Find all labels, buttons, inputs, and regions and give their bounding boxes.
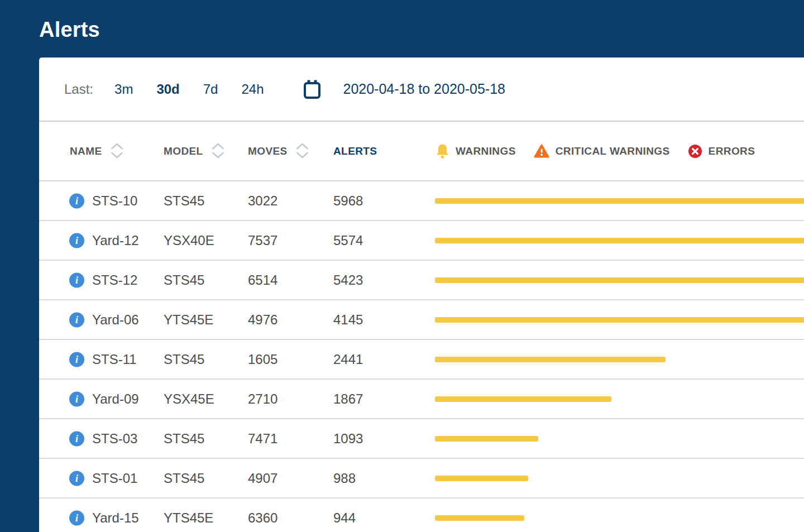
cell-moves: 7537 xyxy=(248,233,277,248)
cell-model: YSX45E xyxy=(164,391,214,407)
alerts-legend: WARNINGS CRITICAL WARNINGS xyxy=(436,122,755,180)
calendar-icon[interactable] xyxy=(303,79,322,100)
info-icon[interactable]: i xyxy=(69,272,84,287)
info-icon[interactable]: i xyxy=(69,233,84,248)
cell-model: YSX40E xyxy=(164,233,214,248)
error-circle-icon xyxy=(688,144,702,159)
page-header: Alerts xyxy=(0,0,804,57)
cell-name: Yard-12 xyxy=(92,233,139,248)
date-range-picker[interactable]: 2020-04-18 to 2020-05-18 xyxy=(303,79,505,100)
cell-name: Yard-06 xyxy=(92,312,139,328)
cell-alerts: 988 xyxy=(333,471,356,486)
table-row[interactable]: i STS-11 STS45 1605 2441 xyxy=(39,340,804,380)
page-title: Alerts xyxy=(39,18,100,42)
table-row[interactable]: i STS-01 STS45 4907 988 xyxy=(39,459,804,499)
sort-chevrons-icon[interactable] xyxy=(295,142,309,160)
cell-alerts: 944 xyxy=(333,510,356,526)
cell-moves: 4976 xyxy=(248,312,277,328)
cell-alerts: 4145 xyxy=(333,312,363,328)
warnings-bar xyxy=(435,476,528,481)
time-range-24h[interactable]: 24h xyxy=(241,82,264,97)
info-icon[interactable]: i xyxy=(69,510,84,525)
warnings-bar xyxy=(435,436,538,442)
cell-name: STS-01 xyxy=(92,471,137,486)
cell-name: Yard-09 xyxy=(92,391,139,407)
alerts-card: Last: 3m 30d 7d 24h 2020-04-18 to 2020-0… xyxy=(39,57,804,532)
info-icon[interactable]: i xyxy=(69,471,84,486)
cell-name: STS-11 xyxy=(92,352,137,367)
time-range-options: 3m 30d 7d 24h xyxy=(114,82,264,97)
warnings-bar xyxy=(435,198,804,204)
table-row[interactable]: i STS-12 STS45 6514 5423 xyxy=(39,261,804,300)
cell-model: YTS45E xyxy=(164,312,213,328)
warnings-bar xyxy=(435,396,611,402)
cell-moves: 1605 xyxy=(248,352,277,367)
column-header-name[interactable]: NAME xyxy=(70,122,124,180)
table-row[interactable]: i Yard-06 YTS45E 4976 4145 xyxy=(39,300,804,340)
warnings-bar xyxy=(435,515,524,521)
info-icon[interactable]: i xyxy=(69,431,84,446)
warnings-bar xyxy=(435,277,804,283)
cell-alerts: 5574 xyxy=(333,233,363,248)
time-range-7d[interactable]: 7d xyxy=(203,82,218,97)
cell-moves: 3022 xyxy=(248,193,277,209)
column-header-alerts[interactable]: ALERTS xyxy=(333,122,377,180)
cell-moves: 6360 xyxy=(248,510,277,526)
warnings-bar xyxy=(435,357,666,362)
bell-icon xyxy=(436,143,449,159)
info-icon[interactable]: i xyxy=(69,391,84,406)
info-icon[interactable]: i xyxy=(69,352,84,367)
legend-critical-warnings: CRITICAL WARNINGS xyxy=(534,144,670,159)
info-icon[interactable]: i xyxy=(69,193,84,208)
legend-errors: ERRORS xyxy=(688,144,755,159)
cell-name: Yard-15 xyxy=(92,510,139,526)
cell-model: YTS45E xyxy=(164,510,213,526)
filter-label: Last: xyxy=(64,82,93,97)
cell-alerts: 5968 xyxy=(333,193,363,209)
cell-model: STS45 xyxy=(164,471,204,486)
info-icon[interactable]: i xyxy=(69,312,84,327)
table-row[interactable]: i STS-03 STS45 7471 1093 xyxy=(39,419,804,459)
cell-moves: 4907 xyxy=(248,471,277,486)
cell-moves: 7471 xyxy=(248,431,277,447)
column-header-moves[interactable]: MOVES xyxy=(248,122,309,180)
cell-model: STS45 xyxy=(164,352,204,367)
cell-alerts: 1867 xyxy=(333,391,363,407)
legend-warnings: WARNINGS xyxy=(436,143,516,159)
cell-moves: 6514 xyxy=(248,272,277,288)
cell-name: STS-03 xyxy=(92,431,137,447)
cell-alerts: 2441 xyxy=(333,352,363,367)
sort-chevrons-icon[interactable] xyxy=(110,142,124,160)
table-header: NAME MODEL MOVES xyxy=(39,122,804,181)
warnings-bar xyxy=(435,238,804,243)
table-row[interactable]: i Yard-15 YTS45E 6360 944 xyxy=(39,499,804,532)
table-row[interactable]: i Yard-09 YSX45E 2710 1867 xyxy=(39,380,804,419)
cell-name: STS-12 xyxy=(92,272,137,288)
sort-chevrons-icon[interactable] xyxy=(211,142,225,160)
column-header-model[interactable]: MODEL xyxy=(164,122,225,180)
time-range-3m[interactable]: 3m xyxy=(114,82,133,97)
cell-alerts: 5423 xyxy=(333,272,363,288)
table-body: i STS-10 STS45 3022 5968 i Yard-12 YSX40… xyxy=(39,181,804,532)
table-row[interactable]: i Yard-12 YSX40E 7537 5574 xyxy=(39,221,804,261)
cell-model: STS45 xyxy=(164,431,204,447)
time-filter-bar: Last: 3m 30d 7d 24h 2020-04-18 to 2020-0… xyxy=(39,57,804,122)
date-range-value: 2020-04-18 to 2020-05-18 xyxy=(343,81,505,97)
table-row[interactable]: i STS-10 STS45 3022 5968 xyxy=(39,181,804,221)
cell-model: STS45 xyxy=(164,272,204,288)
cell-moves: 2710 xyxy=(248,391,277,407)
cell-model: STS45 xyxy=(164,193,204,209)
cell-name: STS-10 xyxy=(92,193,137,209)
cell-alerts: 1093 xyxy=(333,431,363,447)
warning-triangle-icon xyxy=(534,144,549,159)
warnings-bar xyxy=(435,317,804,323)
time-range-30d[interactable]: 30d xyxy=(156,82,179,97)
